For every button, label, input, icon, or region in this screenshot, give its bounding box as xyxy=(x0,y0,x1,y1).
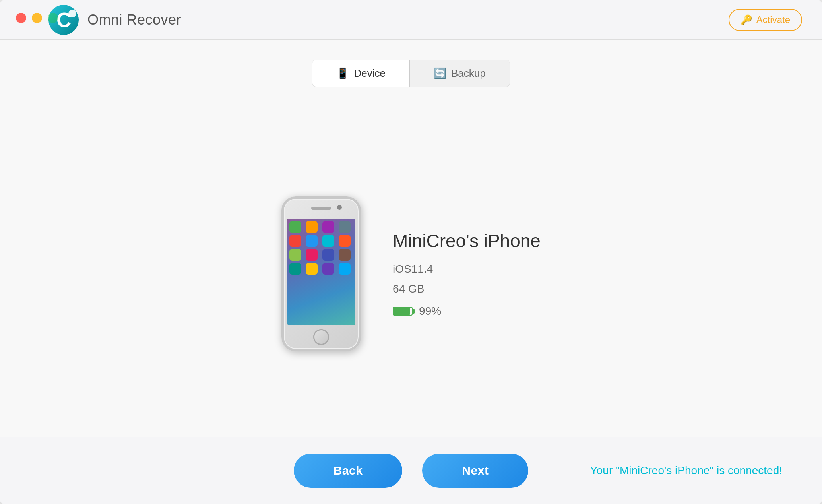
device-tab-label: Device xyxy=(354,67,385,79)
titlebar: C Omni Recover 🔑 Activate xyxy=(0,0,822,40)
backup-tab-label: Backup xyxy=(451,67,486,79)
svg-point-2 xyxy=(68,10,76,17)
footer: Back Next Your "MiniCreo's iPhone" is co… xyxy=(0,437,822,504)
device-area: MiniCreo's iPhone iOS11.4 64 GB 99% xyxy=(281,111,541,437)
app-title: Omni Recover xyxy=(87,12,181,28)
device-storage: 64 GB xyxy=(393,283,541,295)
main-content: 📱 Device 🔄 Backup xyxy=(0,40,822,437)
iphone-home-button xyxy=(313,329,329,345)
device-tab-icon: 📱 xyxy=(336,67,349,79)
battery-percentage: 99% xyxy=(419,305,441,318)
activate-label: Activate xyxy=(756,14,790,25)
logo-area: C Omni Recover xyxy=(48,4,181,36)
tab-device[interactable]: 📱 Device xyxy=(312,60,409,87)
app-grid xyxy=(289,221,353,275)
close-button[interactable] xyxy=(16,13,26,23)
iphone-screen xyxy=(287,219,355,325)
tab-bar: 📱 Device 🔄 Backup xyxy=(312,60,510,87)
battery-icon xyxy=(393,307,413,316)
connection-status: Your "MiniCreo's iPhone" is connected! xyxy=(590,464,782,477)
minimize-button[interactable] xyxy=(32,13,42,23)
key-icon: 🔑 xyxy=(741,14,752,25)
app-window: C Omni Recover 🔑 Activate 📱 Device 🔄 Bac… xyxy=(0,0,822,504)
iphone-illustration xyxy=(281,196,361,351)
device-info: MiniCreo's iPhone iOS11.4 64 GB 99% xyxy=(393,230,541,318)
iphone-camera xyxy=(337,205,342,210)
maximize-button[interactable] xyxy=(48,13,58,23)
backup-tab-icon: 🔄 xyxy=(434,67,446,79)
device-ios: iOS11.4 xyxy=(393,263,541,275)
iphone-speaker xyxy=(311,207,331,210)
back-button[interactable]: Back xyxy=(294,454,403,488)
next-button[interactable]: Next xyxy=(422,454,528,488)
activate-button[interactable]: 🔑 Activate xyxy=(729,9,802,31)
traffic-lights xyxy=(16,13,58,23)
device-name: MiniCreo's iPhone xyxy=(393,230,541,252)
battery-row: 99% xyxy=(393,305,541,318)
tab-backup[interactable]: 🔄 Backup xyxy=(410,60,510,87)
